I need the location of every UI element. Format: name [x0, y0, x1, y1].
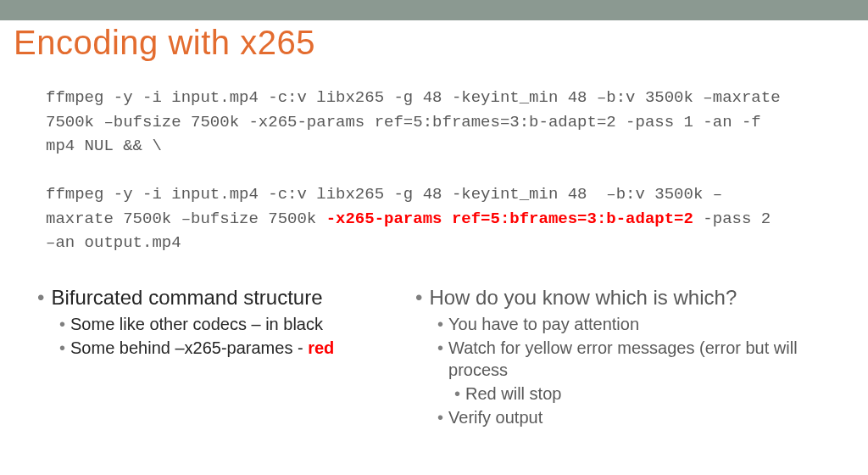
code-line: mp4 NUL && \ — [46, 137, 162, 155]
code-line: maxrate 7500k –bufsize 7500k — [46, 210, 326, 228]
code-highlight: -x265-params ref=5:bframes=3:b-adapt=2 — [326, 210, 693, 228]
bullet-main: • How do you know which is which? — [415, 286, 805, 310]
code-line: ffmpeg -y -i input.mp4 -c:v libx265 -g 4… — [46, 88, 781, 107]
bullet-dot-icon: • — [415, 286, 422, 310]
bullet-main: • Bifurcated command structure — [37, 286, 385, 310]
code-line: –an output.mp4 — [46, 233, 181, 252]
bullet-sub: • Verify output — [437, 406, 805, 428]
bullet-sub: • Some like other codecs – in black — [59, 313, 385, 335]
bullet-text: Some behind –x265-parames - red — [70, 337, 334, 359]
bullet-dot-icon: • — [437, 406, 443, 428]
bullet-dot-icon: • — [437, 313, 443, 335]
bullet-text: Bifurcated command structure — [51, 286, 322, 310]
bullet-dot-icon: • — [454, 383, 460, 405]
code-block: ffmpeg -y -i input.mp4 -c:v libx265 -g 4… — [46, 86, 837, 255]
bullet-columns: • Bifurcated command structure • Some li… — [37, 286, 854, 431]
bullet-text: You have to pay attention — [448, 313, 639, 335]
code-line: ffmpeg -y -i input.mp4 -c:v libx265 -g 4… — [46, 185, 722, 204]
bullet-text: Some like other codecs – in black — [70, 313, 323, 335]
bullet-dot-icon: • — [59, 337, 65, 359]
bullet-sub: • Some behind –x265-parames - red — [59, 337, 385, 359]
bullet-dot-icon: • — [37, 286, 44, 310]
page-title: Encoding with x265 — [14, 24, 854, 62]
bullet-text: Red will stop — [465, 383, 561, 405]
right-column: • How do you know which is which? • You … — [415, 286, 805, 431]
bullet-text: How do you know which is which? — [429, 286, 737, 310]
bullet-text: Watch for yellow error messages (error b… — [448, 337, 805, 381]
code-line: 7500k –bufsize 7500k -x265-params ref=5:… — [46, 113, 761, 131]
bullet-text-pre: Some behind –x265-parames - — [70, 338, 308, 357]
bullet-sub: • You have to pay attention — [437, 313, 805, 335]
bullet-sub: • Watch for yellow error messages (error… — [437, 337, 805, 381]
top-bar — [0, 0, 868, 20]
slide-content: Encoding with x265 ffmpeg -y -i input.mp… — [0, 24, 868, 430]
bullet-text: Verify output — [448, 406, 542, 428]
left-column: • Bifurcated command structure • Some li… — [37, 286, 385, 431]
red-emphasis: red — [308, 338, 334, 357]
code-line: -pass 2 — [693, 210, 771, 228]
bullet-dot-icon: • — [59, 313, 65, 335]
bullet-sub-nested: • Red will stop — [454, 383, 805, 405]
bullet-dot-icon: • — [437, 337, 443, 359]
